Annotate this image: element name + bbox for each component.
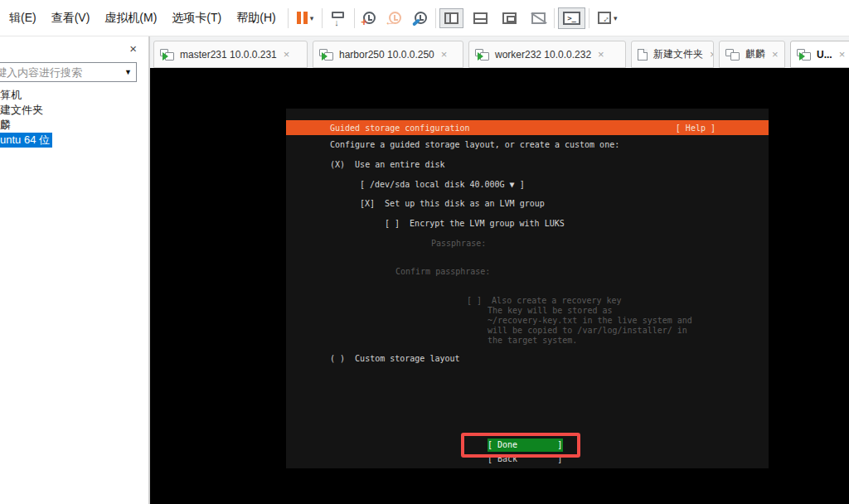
disk-select-dropdown[interactable]: [ /dev/sda local disk 40.000G ▼ ] [360,180,525,190]
unity-mode-button[interactable] [527,9,550,27]
fit-guest-button[interactable]: ▾ [594,8,622,27]
fullscreen-icon [502,12,517,24]
close-icon[interactable]: × [772,48,779,61]
radio-use-entire-disk[interactable]: (X) Use an entire disk [330,160,444,170]
folder-icon [725,49,740,61]
search-input[interactable] [0,63,119,81]
search-dropdown-icon[interactable]: ▼ [124,68,132,76]
thumbnail-bar-icon [473,12,488,24]
tab-worker232[interactable]: worker232 10.0.0.232 × [468,41,626,68]
revert-snapshot-icon: ← [389,12,401,24]
toolbar-separator [354,8,355,28]
red-annotation-box [461,433,580,458]
toolbar-separator [322,8,323,28]
tab-ubuntu-active[interactable]: U... × [790,41,849,68]
vm-running-icon [160,49,174,61]
send-ctrl-alt-del-button[interactable]: ↓ [327,7,350,28]
menu-vm[interactable]: 虚拟机(M) [97,7,164,30]
passphrase-label: Passphrase: [431,239,486,249]
recovery-key-description: will be copied to /var/log/installer/ in [488,326,687,336]
vm-running-icon [319,49,333,61]
tree-item-new-folder[interactable]: 建文件夹 [0,103,148,118]
revert-snapshot-button[interactable]: ← [385,8,405,27]
show-library-button[interactable] [440,9,463,27]
menu-bar: 辑(E) 查看(V) 虚拟机(M) 选项卡(T) 帮助(H) ▾ ↓ + ← [0,0,849,36]
vmware-workstation-window: 辑(E) 查看(V) 虚拟机(M) 选项卡(T) 帮助(H) ▾ ↓ + ← [0,0,849,504]
enter-fullscreen-button[interactable] [498,9,521,27]
library-panel-icon [444,12,458,24]
console-icon: >_ [563,12,580,25]
tab-kylin[interactable]: 麒麟 × [719,41,785,68]
sidebar-header: × [0,36,148,60]
toolbar-separator [589,8,589,28]
vm-console-area: Guided storage configuration [ Help ] Co… [150,68,849,504]
close-icon[interactable]: × [441,48,448,61]
new-item-icon [638,49,648,61]
virtual-console-button[interactable]: >_ [559,8,585,28]
toolbar-separator [435,8,436,28]
take-snapshot-icon: + [363,12,376,24]
menu-view[interactable]: 查看(V) [44,7,98,30]
tree-item-kylin[interactable]: 麟 [0,118,148,133]
toolbar-separator [554,8,555,28]
menu-tabs[interactable]: 选项卡(T) [164,7,229,30]
checkbox-recovery-key: [ ] Also create a recovery key [467,296,622,306]
tab-master231[interactable]: master231 10.0.0.231 × [153,41,308,68]
show-thumbnail-bar-button[interactable] [469,9,492,27]
installer-title-bar: Guided storage configuration [ Help ] [286,120,769,135]
menu-help[interactable]: 帮助(H) [229,7,283,30]
close-icon[interactable]: × [839,48,846,61]
recovery-key-description: the target system. [488,336,577,346]
recovery-key-description: ~/recovery-key.txt in the live system an… [488,316,692,326]
ctrl-alt-del-icon: ↓ [331,11,346,25]
snapshot-manager-icon [415,12,427,24]
close-icon[interactable]: × [284,48,290,61]
library-sidebar: × ▼ 算机 建文件夹 麟 untu 64 位 [0,36,150,504]
snapshot-manager-button[interactable] [410,8,431,27]
installer-subtitle: Configure a guided storage layout, or cr… [330,140,619,150]
vm-running-icon [797,49,811,61]
pause-icon [297,12,308,24]
close-icon[interactable]: × [126,41,140,56]
vm-running-icon [475,49,489,61]
close-icon[interactable]: × [710,48,714,61]
fit-window-icon [598,12,611,24]
vm-tab-bar: master231 10.0.0.231 × harbor250 10.0.0.… [150,36,849,68]
tab-harbor250[interactable]: harbor250 10.0.0.250 × [313,41,463,68]
tab-new-folder[interactable]: 新建文件夹 × [631,41,714,68]
close-icon[interactable]: × [598,48,604,61]
page-title: Guided storage configuration [330,124,470,133]
library-search-box: ▼ [0,62,137,82]
radio-custom-storage-layout[interactable]: ( ) Custom storage layout [330,354,460,364]
chevron-down-icon[interactable]: ▾ [614,14,618,22]
chevron-down-icon[interactable]: ▾ [310,14,314,22]
tree-item-ubuntu-64[interactable]: untu 64 位 [0,133,148,148]
take-snapshot-button[interactable]: + [359,8,380,27]
recovery-key-description: The key will be stored as [488,306,613,316]
confirm-passphrase-label: Confirm passphrase: [395,267,490,277]
unity-mode-icon [531,12,546,24]
tree-item-computer[interactable]: 算机 [0,88,148,103]
pause-vm-button[interactable]: ▾ [293,8,318,27]
menu-edit[interactable]: 辑(E) [2,7,44,30]
vm-tree: 算机 建文件夹 麟 untu 64 位 [0,82,148,504]
checkbox-lvm-group[interactable]: [X] Set up this disk as an LVM group [360,199,545,209]
help-button[interactable]: [ Help ] [676,124,716,133]
toolbar-separator [288,8,289,28]
ubuntu-installer-screen: Guided storage configuration [ Help ] Co… [286,109,769,468]
checkbox-encrypt-luks[interactable]: [ ] Encrypt the LVM group with LUKS [385,219,565,229]
